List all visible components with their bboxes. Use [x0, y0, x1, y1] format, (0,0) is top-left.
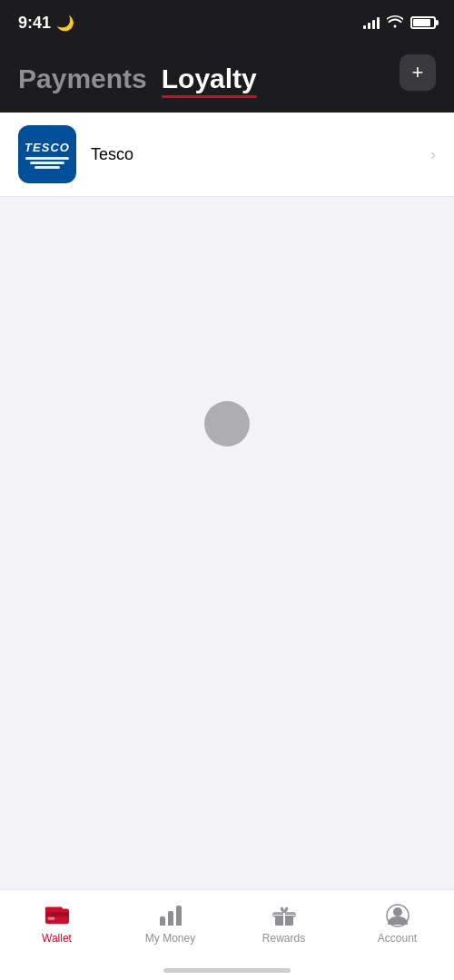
- svg-rect-1: [44, 912, 68, 916]
- tesco-logo-text: TESCO: [25, 141, 70, 154]
- home-indicator: [163, 968, 291, 973]
- tesco-logo-lines: [25, 157, 69, 169]
- tesco-logo: TESCO: [18, 125, 76, 183]
- svg-rect-2: [44, 907, 62, 911]
- tab-rewards-label: Rewards: [262, 932, 305, 945]
- svg-rect-8: [273, 915, 295, 916]
- nav-tabs: Payments Loyalty: [18, 64, 436, 94]
- loading-indicator: [204, 401, 250, 446]
- chevron-right-icon: ›: [430, 145, 436, 164]
- battery-icon: [410, 16, 436, 29]
- person-icon: [385, 903, 410, 928]
- tab-wallet[interactable]: Wallet: [0, 899, 114, 945]
- loyalty-item-name: Tesco: [91, 145, 430, 164]
- plus-icon: +: [412, 63, 424, 83]
- tab-my-money[interactable]: My Money: [114, 899, 227, 945]
- svg-rect-0: [44, 909, 68, 925]
- add-button[interactable]: +: [400, 54, 436, 91]
- status-bar: 9:41 🌙: [0, 0, 454, 45]
- gift-icon: [271, 903, 297, 928]
- time-display: 9:41: [18, 14, 51, 33]
- wallet-icon: [44, 903, 70, 928]
- svg-point-9: [393, 907, 402, 916]
- content-area: TESCO Tesco ›: [0, 113, 454, 651]
- tab-rewards[interactable]: Rewards: [227, 899, 340, 945]
- loyalty-list: TESCO Tesco ›: [0, 113, 454, 197]
- tab-account-label: Account: [378, 932, 417, 945]
- tab-bar: Wallet My Money Rewards: [0, 889, 454, 980]
- wifi-icon: [387, 15, 403, 31]
- moon-icon: 🌙: [56, 15, 74, 32]
- tab-wallet-label: Wallet: [42, 932, 72, 945]
- header: + Payments Loyalty: [0, 45, 454, 113]
- status-time: 9:41 🌙: [18, 14, 74, 33]
- tab-loyalty[interactable]: Loyalty: [162, 64, 257, 94]
- list-item[interactable]: TESCO Tesco ›: [0, 113, 454, 197]
- svg-rect-3: [47, 917, 54, 920]
- signal-icon: [363, 16, 380, 29]
- tab-payments[interactable]: Payments: [18, 64, 147, 94]
- status-icons: [363, 15, 436, 31]
- bar-chart-icon: [158, 903, 183, 928]
- tab-account[interactable]: Account: [340, 899, 454, 945]
- loading-area: [0, 197, 454, 651]
- tab-my-money-label: My Money: [145, 932, 195, 945]
